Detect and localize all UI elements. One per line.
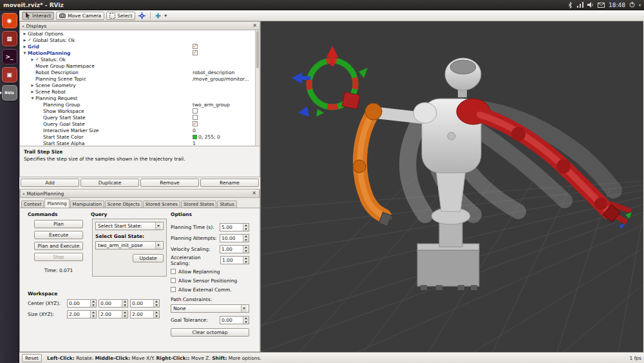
- center-xyz-spinner-2[interactable]: 0.00: [130, 299, 160, 308]
- goal-state-combo[interactable]: two_arm_init_pose: [95, 241, 164, 250]
- add-tool-icon[interactable]: [154, 13, 162, 19]
- spin-arrows[interactable]: [90, 311, 96, 318]
- motionplanning-panel-header[interactable]: ▸ MotionPlanning ✕: [20, 189, 260, 198]
- tab-scene-objects[interactable]: Scene Objects: [105, 201, 142, 208]
- tab-context[interactable]: Context: [21, 201, 44, 208]
- spin-down-icon[interactable]: [243, 228, 249, 231]
- chevron-down-icon[interactable]: [241, 305, 247, 312]
- spin-down-icon[interactable]: [91, 315, 96, 319]
- add-display-button[interactable]: Add: [21, 179, 79, 187]
- tree-item-checkbox[interactable]: [193, 50, 198, 55]
- plan-and-execute-button[interactable]: Plan and Execute: [34, 242, 83, 250]
- launcher-software-app[interactable]: ▣: [2, 67, 17, 83]
- spin-arrows[interactable]: [243, 246, 249, 253]
- tree-item-status-ok[interactable]: ▶✓Status: Ok: [20, 56, 260, 63]
- path-constraints-combo[interactable]: None: [171, 304, 249, 313]
- clear-octomap-button[interactable]: Clear octomap: [171, 328, 249, 337]
- spin-down-icon[interactable]: [243, 239, 249, 242]
- tree-item-global-options[interactable]: ▶Global Options: [20, 30, 260, 37]
- spin-down-icon[interactable]: [154, 304, 159, 308]
- chevron-down-icon[interactable]: [155, 242, 161, 249]
- move-camera-tool-button[interactable]: Move Camera: [56, 12, 104, 20]
- render-view[interactable]: [261, 21, 643, 352]
- planning-attempts-spinner[interactable]: 10.00: [220, 234, 249, 242]
- tab-planning[interactable]: Planning: [44, 199, 69, 208]
- tree-item-checkbox[interactable]: [193, 44, 198, 49]
- expand-icon[interactable]: ▶: [30, 90, 35, 93]
- spin-down-icon[interactable]: [243, 250, 249, 253]
- velocity-scaling-spinner[interactable]: 1.00: [220, 245, 249, 253]
- reset-button[interactable]: Reset: [22, 354, 42, 362]
- spin-arrows[interactable]: [122, 311, 128, 318]
- motionplanning-close-icon[interactable]: ✕: [252, 191, 256, 196]
- allow-replanning-checkbox[interactable]: Allow Replanning: [171, 267, 249, 276]
- size-xyz-spinner-2[interactable]: 2.00: [130, 310, 160, 319]
- tree-item-scene-geometry[interactable]: ▶Scene Geometry: [20, 82, 260, 88]
- focus-camera-icon[interactable]: [137, 12, 147, 19]
- spin-arrows[interactable]: [122, 300, 128, 307]
- mail-icon[interactable]: [598, 3, 605, 8]
- bluetooth-icon[interactable]: [567, 2, 573, 8]
- tab-status[interactable]: Status: [217, 201, 236, 208]
- center-xyz-spinner-1[interactable]: 0.00: [99, 299, 128, 308]
- spin-arrows[interactable]: [243, 235, 249, 242]
- spin-arrows[interactable]: [243, 317, 249, 324]
- spin-down-icon[interactable]: [122, 315, 128, 319]
- spin-down-icon[interactable]: [91, 304, 96, 308]
- tree-item-robot-description[interactable]: Robot Descriptionrobot_description: [20, 69, 260, 75]
- tree-item-planning-scene-topic[interactable]: Planning Scene Topic/move_group/monitor.…: [20, 75, 260, 82]
- tree-item-checkbox[interactable]: [193, 115, 198, 120]
- panel-expand-icon[interactable]: ▸: [23, 191, 25, 195]
- spin-down-icon[interactable]: [243, 320, 249, 324]
- execute-button[interactable]: Execute: [34, 231, 83, 239]
- tree-item-move-group-namespace[interactable]: Move Group Namespace: [20, 63, 260, 69]
- size-xyz-spinner-1[interactable]: 2.00: [99, 310, 128, 319]
- spin-arrows[interactable]: [90, 300, 96, 307]
- displays-panel-header[interactable]: ▸ Displays ✕: [19, 21, 260, 30]
- tree-item-scene-robot[interactable]: ▶Scene Robot: [20, 88, 260, 95]
- select-tool-button[interactable]: Select: [106, 12, 135, 20]
- tree-item-planning-group[interactable]: Planning Grouptwo_arm_group: [20, 101, 260, 108]
- volume-icon[interactable]: [587, 2, 594, 8]
- tree-item-show-workspace[interactable]: Show Workspace: [20, 108, 260, 114]
- tree-item-start-state-color[interactable]: Start State Color0; 255; 0: [20, 133, 260, 140]
- launcher-files-app[interactable]: ▦: [2, 31, 17, 46]
- planning-time-s-spinner[interactable]: 5.00: [220, 223, 249, 231]
- allow-sensor-positioning-checkbox[interactable]: Allow Sensor Positioning: [171, 276, 249, 285]
- clock[interactable]: 18:48: [609, 2, 625, 8]
- session-menu-icon[interactable]: [629, 2, 635, 8]
- select-start-state-combo[interactable]: Select Start State:: [95, 222, 164, 230]
- tree-item-interactive-marker-size[interactable]: Interactive Marker Size0: [20, 127, 260, 133]
- expand-icon[interactable]: ▶: [22, 44, 28, 48]
- rename-display-button[interactable]: Rename: [200, 179, 259, 187]
- plan-button[interactable]: Plan: [34, 220, 83, 228]
- tree-item-checkbox[interactable]: [193, 108, 198, 113]
- allow-external-comm-checkbox[interactable]: Allow External Comm.: [171, 285, 249, 294]
- spin-arrows[interactable]: [243, 224, 249, 231]
- tab-manipulation[interactable]: Manipulation: [70, 201, 104, 208]
- tree-item-motionplanning[interactable]: ▼MotionPlanning: [20, 50, 260, 56]
- expand-icon[interactable]: ▶: [30, 57, 35, 61]
- expand-icon[interactable]: ▶: [30, 83, 35, 87]
- spin-down-icon[interactable]: [243, 260, 249, 264]
- chevron-down-icon[interactable]: [155, 222, 161, 230]
- goal-tolerance-spinner[interactable]: 0.00: [220, 316, 249, 324]
- tree-item-checkbox[interactable]: [193, 121, 198, 126]
- expand-icon[interactable]: ▶: [22, 38, 28, 42]
- center-xyz-spinner-0[interactable]: 0.00: [67, 299, 97, 308]
- spin-arrows[interactable]: [243, 257, 249, 264]
- collapse-icon[interactable]: ▼: [30, 96, 35, 100]
- spin-down-icon[interactable]: [122, 304, 128, 308]
- launcher-dash-home[interactable]: ◉: [2, 13, 17, 28]
- launcher-terminal-app[interactable]: >_: [2, 49, 17, 64]
- expand-icon[interactable]: ▶: [22, 32, 28, 35]
- tree-item-query-start-state[interactable]: Query Start State: [20, 114, 260, 121]
- tab-stored-states[interactable]: Stored States: [181, 201, 216, 208]
- displays-close-icon[interactable]: ✕: [252, 23, 257, 28]
- tree-item-grid[interactable]: ▶Grid: [20, 43, 260, 50]
- acceleration-scaling-spinner[interactable]: 1.00: [220, 256, 249, 264]
- displays-tree[interactable]: ▶Global Options▶✓Global Status: Ok▶Grid▼…: [19, 30, 260, 146]
- tree-item-planning-request[interactable]: ▼Planning Request: [20, 95, 260, 101]
- network-signal-icon[interactable]: [577, 2, 583, 8]
- remove-display-button[interactable]: Remove: [140, 179, 199, 187]
